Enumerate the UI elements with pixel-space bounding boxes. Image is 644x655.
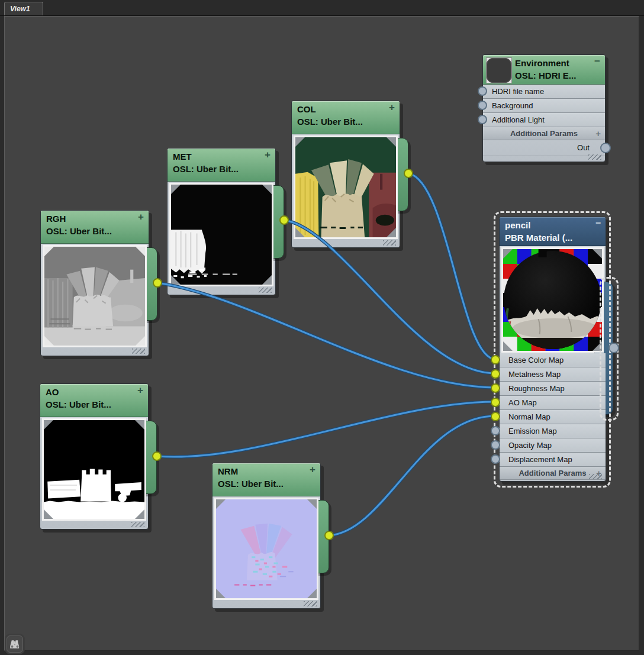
normal-map-thumbnail[interactable]	[214, 498, 318, 600]
pencil-input-socket-metalness-map[interactable]	[491, 369, 500, 379]
resize-grip[interactable]	[259, 288, 272, 293]
slate-material-editor-view: View1 Environment OSL: HDRI E... − HDRI …	[0, 0, 644, 655]
photo-corner	[295, 137, 305, 147]
node-title: NRM	[218, 465, 315, 477]
view-tab-bar: View1	[0, 0, 644, 16]
node-subtitle: OSL: Uber Bit...	[297, 115, 395, 128]
node-title: RGH	[46, 212, 144, 225]
nrm-output-socket[interactable]	[324, 531, 334, 540]
node-met[interactable]: MET OSL: Uber Bit... +	[167, 148, 276, 295]
expand-icon[interactable]: +	[137, 385, 143, 396]
selection-outline	[494, 211, 611, 488]
node-title: MET	[173, 150, 271, 163]
photo-corner	[262, 275, 272, 285]
roughness-map-thumbnail[interactable]	[43, 245, 147, 347]
node-title: COL	[297, 103, 395, 115]
environment-input-socket-background[interactable]	[478, 101, 487, 110]
ao-output-socket[interactable]	[152, 451, 162, 461]
photo-corner	[387, 137, 396, 147]
environment-thumbnail[interactable]	[486, 57, 512, 83]
base-color-map-thumbnail[interactable]	[294, 135, 398, 239]
pencil-input-socket-ao-map[interactable]	[491, 398, 500, 407]
node-ao[interactable]: AO OSL: Uber Bit... +	[40, 383, 149, 530]
pencil-input-socket-displacement-map[interactable]	[491, 454, 500, 464]
node-col[interactable]: COL OSL: Uber Bit... +	[291, 101, 400, 248]
input-row-background[interactable]: Background	[483, 99, 605, 113]
node-subtitle: OSL: HDRI E...	[515, 69, 600, 82]
photo-corner	[307, 499, 317, 509]
expand-icon[interactable]: +	[389, 102, 395, 114]
photo-corner	[387, 228, 396, 237]
pencil-input-socket-emission-map[interactable]	[491, 426, 500, 435]
photo-corner	[216, 589, 226, 598]
rgh-output-socket[interactable]	[153, 278, 162, 288]
out-row[interactable]: Out	[483, 140, 605, 156]
photo-corner	[136, 336, 145, 346]
photo-corner	[171, 185, 181, 194]
resize-grip[interactable]	[304, 601, 317, 606]
photo-corner	[135, 509, 144, 519]
photo-corner	[295, 228, 305, 237]
environment-input-socket-additional-light[interactable]	[478, 115, 487, 124]
environment-input-socket-hdri-file-name[interactable]	[478, 86, 487, 96]
resize-grip[interactable]	[132, 349, 145, 354]
ao-map-thumbnail[interactable]	[42, 418, 146, 521]
photo-corner	[44, 247, 54, 256]
expand-icon[interactable]: +	[310, 464, 315, 476]
add-param-icon[interactable]: +	[595, 127, 601, 140]
node-subtitle: OSL: Uber Bit...	[218, 477, 315, 490]
photo-corner	[171, 275, 181, 285]
photo-corner	[44, 336, 54, 346]
photo-corner	[216, 499, 226, 509]
node-rgh[interactable]: RGH OSL: Uber Bit... +	[40, 210, 149, 356]
pencil-input-socket-base-color-map[interactable]	[491, 355, 500, 364]
additional-params-bar[interactable]: Additional Params +	[483, 127, 605, 140]
node-environment-header[interactable]: Environment OSL: HDRI E... −	[483, 55, 605, 85]
photo-corner	[135, 420, 144, 430]
binoculars-icon	[9, 639, 20, 650]
resize-grip[interactable]	[131, 522, 144, 527]
photo-corner	[307, 589, 317, 598]
node-nrm[interactable]: NRM OSL: Uber Bit... +	[212, 463, 321, 609]
met-output-socket[interactable]	[279, 215, 289, 225]
node-environment[interactable]: Environment OSL: HDRI E... − HDRI file n…	[482, 54, 606, 162]
resize-grip[interactable]	[383, 240, 396, 246]
node-title: AO	[46, 386, 143, 398]
input-row-additional-light[interactable]: Additional Light	[483, 113, 605, 127]
environment-output-socket[interactable]	[600, 143, 611, 153]
expand-icon[interactable]: +	[265, 149, 271, 161]
pencil-input-socket-normal-map[interactable]	[491, 412, 500, 421]
expand-icon[interactable]: +	[138, 211, 144, 223]
find-tool-button[interactable]	[7, 635, 23, 653]
additional-params-label: Additional Params	[510, 129, 578, 138]
pencil-input-socket-opacity-map[interactable]	[491, 440, 500, 450]
node-subtitle: OSL: Uber Bit...	[173, 163, 271, 175]
pencil-input-socket-roughness-map[interactable]	[491, 383, 500, 393]
input-row-hdri-file-name[interactable]: HDRI file name	[483, 85, 605, 99]
resize-grip[interactable]	[588, 154, 601, 160]
photo-corner	[44, 509, 53, 519]
node-title: Environment	[515, 57, 600, 69]
metalness-map-thumbnail[interactable]	[169, 183, 273, 286]
pencil-output-socket[interactable]	[608, 343, 619, 353]
photo-corner	[44, 420, 53, 430]
collapse-icon[interactable]: −	[594, 56, 600, 67]
node-subtitle: OSL: Uber Bit...	[46, 225, 144, 237]
photo-corner	[262, 185, 272, 194]
tab-view1[interactable]: View1	[4, 2, 43, 15]
photo-corner	[136, 247, 145, 256]
node-subtitle: OSL: Uber Bit...	[46, 398, 143, 411]
col-output-socket[interactable]	[404, 169, 413, 178]
